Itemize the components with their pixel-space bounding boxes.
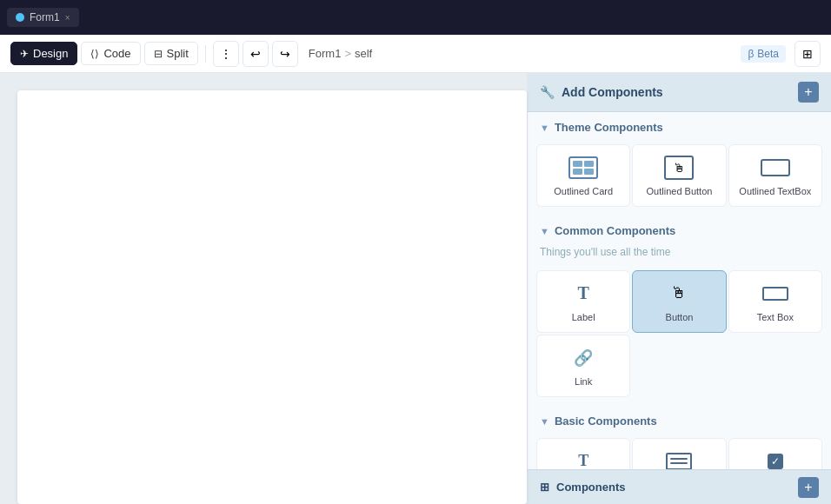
common-description: Things you'll use all the time xyxy=(528,244,831,267)
outlined-button-icon: 🖱 xyxy=(663,156,695,180)
link-item[interactable]: 🔗 Link xyxy=(536,335,630,397)
canvas[interactable] xyxy=(0,73,527,504)
link-icon: 🔗 xyxy=(568,346,599,370)
split-button[interactable]: ⊟ Split xyxy=(144,42,198,65)
outlined-card-label: Outlined Card xyxy=(554,185,613,197)
outlined-button-item[interactable]: 🖱 Outlined Button xyxy=(632,144,726,207)
form1-tab[interactable]: Form1 × xyxy=(7,8,79,27)
tab-icon xyxy=(16,13,24,22)
checkbox-icon: ✓ xyxy=(760,449,791,469)
tab-close-icon[interactable]: × xyxy=(65,13,70,23)
separator xyxy=(205,45,206,63)
more-options-button[interactable]: ⋮ xyxy=(213,41,239,67)
add-components-title: Add Components xyxy=(562,85,663,99)
basic-section-label: Basic Components xyxy=(555,414,657,428)
split-label: Split xyxy=(167,47,189,60)
wrench-icon: 🔧 xyxy=(540,85,555,99)
outlined-textbox-item[interactable]: Outlined TextBox xyxy=(728,144,822,207)
add-to-components-button[interactable]: + xyxy=(798,477,819,498)
code-button[interactable]: ⟨⟩ Code xyxy=(81,42,140,65)
components-label: Components xyxy=(556,481,625,494)
rich-text-icon: T xyxy=(568,449,599,469)
theme-components-grid: Outlined Card 🖱 Outlined Button Outlined… xyxy=(528,141,831,216)
text-area-icon xyxy=(663,449,695,469)
toolbar: ✈ Design ⟨⟩ Code ⊟ Split ⋮ ↩ ↪ Form1 > s… xyxy=(0,35,831,73)
basic-chevron-icon: ▼ xyxy=(540,416,549,427)
text-area-item[interactable]: Text Area xyxy=(632,438,726,469)
beta-icon: β xyxy=(748,48,754,60)
button-label: Button xyxy=(666,311,694,323)
link-label: Link xyxy=(575,375,592,388)
bottom-panel-left: ⊞ Components xyxy=(540,481,625,494)
code-icon: ⟨⟩ xyxy=(90,48,99,60)
canvas-inner xyxy=(17,90,527,504)
breadcrumb: Form1 > self xyxy=(309,47,372,60)
theme-components-section-header[interactable]: ▼ Theme Components xyxy=(528,112,831,141)
components-icon: ⊞ xyxy=(540,481,549,494)
text-box-label: Text Box xyxy=(757,311,794,323)
topbar: Form1 × xyxy=(0,0,831,35)
common-components-section-header[interactable]: ▼ Common Components xyxy=(528,216,831,244)
button-icon: 🖱 xyxy=(663,282,695,306)
add-component-button[interactable]: + xyxy=(798,82,819,103)
common-section-label: Common Components xyxy=(555,224,675,237)
button-item[interactable]: 🖱 Button xyxy=(632,270,726,333)
main-area: 🔧 Add Components + ▼ Theme Components xyxy=(0,73,831,504)
basic-components-grid: T Rich Text Text Area ✓ xyxy=(528,434,831,469)
common-chevron-icon: ▼ xyxy=(540,226,549,236)
panel-scroll: ▼ Theme Components Outlined Card xyxy=(528,112,831,469)
theme-section-label: Theme Components xyxy=(555,121,663,134)
header-left: 🔧 Add Components xyxy=(540,85,663,99)
common-components-grid: T Label 🖱 Button Text Box xyxy=(528,267,831,406)
right-panel: 🔧 Add Components + ▼ Theme Components xyxy=(527,73,831,504)
outlined-textbox-icon xyxy=(760,156,791,180)
theme-chevron-icon: ▼ xyxy=(540,123,549,133)
bottom-panel: ⊞ Components + xyxy=(528,469,831,504)
outlined-card-icon xyxy=(568,156,599,180)
add-components-header: 🔧 Add Components + xyxy=(528,73,831,112)
redo-button[interactable]: ↪ xyxy=(272,41,298,67)
layout-toggle-button[interactable]: ⊞ xyxy=(794,41,821,67)
design-icon: ✈ xyxy=(20,48,29,60)
undo-button[interactable]: ↩ xyxy=(243,41,269,67)
design-label: Design xyxy=(33,47,68,60)
label-label: Label xyxy=(572,311,595,323)
design-button[interactable]: ✈ Design xyxy=(10,42,77,65)
split-icon: ⊟ xyxy=(154,48,163,60)
outlined-textbox-label: Outlined TextBox xyxy=(739,185,811,197)
checkbox-item[interactable]: ✓ Checkbox xyxy=(728,438,822,469)
beta-badge: β Beta xyxy=(741,45,786,63)
beta-label: Beta xyxy=(757,48,779,60)
text-box-item[interactable]: Text Box xyxy=(728,270,822,333)
breadcrumb-self: self xyxy=(355,47,372,60)
label-icon: T xyxy=(568,282,599,306)
outlined-card-item[interactable]: Outlined Card xyxy=(536,144,630,207)
breadcrumb-arrow: > xyxy=(344,47,351,60)
tab-label: Form1 xyxy=(30,11,60,23)
text-box-icon xyxy=(760,282,791,306)
outlined-button-label: Outlined Button xyxy=(647,185,713,197)
breadcrumb-form: Form1 xyxy=(309,47,342,60)
label-item[interactable]: T Label xyxy=(536,270,630,333)
basic-components-section-header[interactable]: ▼ Basic Components xyxy=(528,406,831,434)
code-label: Code xyxy=(103,47,130,60)
rich-text-item[interactable]: T Rich Text xyxy=(536,438,630,469)
